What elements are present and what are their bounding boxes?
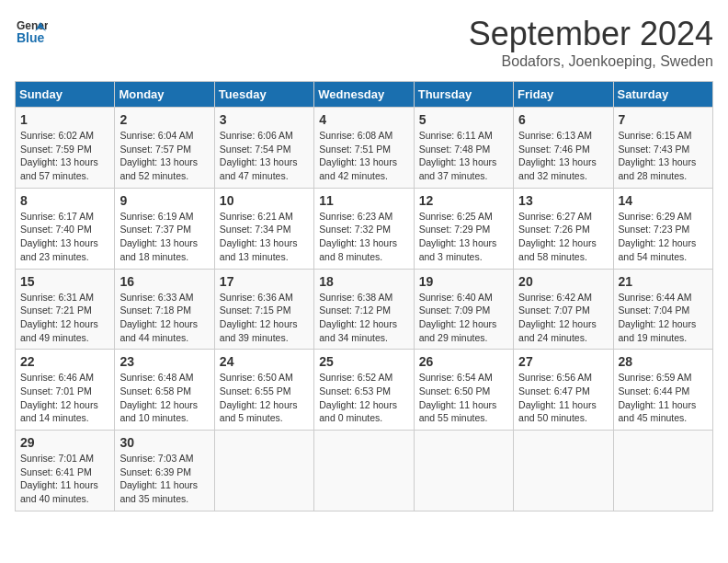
- calendar-cell: 25Sunrise: 6:52 AMSunset: 6:53 PMDayligh…: [314, 350, 414, 431]
- calendar-cell: 23Sunrise: 6:48 AMSunset: 6:58 PMDayligh…: [115, 350, 214, 431]
- day-number: 14: [619, 193, 708, 208]
- day-number: 28: [619, 354, 708, 369]
- day-info: Sunrise: 6:54 AMSunset: 6:50 PMDaylight:…: [419, 372, 497, 423]
- day-info: Sunrise: 6:31 AMSunset: 7:21 PMDaylight:…: [20, 292, 98, 343]
- day-info: Sunrise: 6:23 AMSunset: 7:32 PMDaylight:…: [319, 211, 397, 262]
- day-number: 2: [119, 112, 209, 127]
- calendar-table: Sunday Monday Tuesday Wednesday Thursday…: [15, 81, 713, 511]
- day-number: 9: [119, 193, 209, 208]
- day-number: 17: [220, 274, 309, 289]
- calendar-cell: 15Sunrise: 6:31 AMSunset: 7:21 PMDayligh…: [16, 269, 115, 350]
- day-info: Sunrise: 6:46 AMSunset: 7:01 PMDaylight:…: [20, 372, 98, 423]
- day-info: Sunrise: 6:59 AMSunset: 6:44 PMDaylight:…: [619, 372, 697, 423]
- weekday-header-row: Sunday Monday Tuesday Wednesday Thursday…: [16, 82, 713, 108]
- day-number: 12: [419, 193, 508, 208]
- calendar-cell: 21Sunrise: 6:44 AMSunset: 7:04 PMDayligh…: [613, 269, 712, 350]
- header-monday: Monday: [115, 82, 214, 108]
- day-number: 20: [518, 274, 608, 289]
- day-info: Sunrise: 6:33 AMSunset: 7:18 PMDaylight:…: [119, 292, 198, 343]
- day-number: 21: [619, 274, 708, 289]
- header-wednesday: Wednesday: [314, 82, 414, 108]
- calendar-cell: 5Sunrise: 6:11 AMSunset: 7:48 PMDaylight…: [414, 108, 513, 189]
- day-number: 18: [319, 274, 408, 289]
- day-number: 3: [220, 112, 309, 127]
- calendar-cell: 11Sunrise: 6:23 AMSunset: 7:32 PMDayligh…: [314, 188, 414, 269]
- day-info: Sunrise: 6:06 AMSunset: 7:54 PMDaylight:…: [220, 130, 298, 181]
- day-info: Sunrise: 6:25 AMSunset: 7:29 PMDaylight:…: [419, 211, 497, 262]
- day-number: 6: [518, 112, 608, 127]
- calendar-cell: 4Sunrise: 6:08 AMSunset: 7:51 PMDaylight…: [314, 108, 414, 189]
- day-info: Sunrise: 6:38 AMSunset: 7:12 PMDaylight:…: [319, 292, 397, 343]
- calendar-cell: 2Sunrise: 6:04 AMSunset: 7:57 PMDaylight…: [115, 108, 214, 189]
- calendar-cell: 30Sunrise: 7:03 AMSunset: 6:39 PMDayligh…: [115, 431, 214, 511]
- day-number: 30: [119, 435, 209, 450]
- calendar-cell: 28Sunrise: 6:59 AMSunset: 6:44 PMDayligh…: [613, 350, 712, 431]
- logo: General Blue: [15, 15, 48, 48]
- day-info: Sunrise: 6:15 AMSunset: 7:43 PMDaylight:…: [619, 130, 697, 181]
- calendar-cell: 22Sunrise: 6:46 AMSunset: 7:01 PMDayligh…: [16, 350, 115, 431]
- calendar-cell: 29Sunrise: 7:01 AMSunset: 6:41 PMDayligh…: [16, 431, 115, 511]
- day-number: 22: [20, 354, 109, 369]
- header-saturday: Saturday: [613, 82, 712, 108]
- day-info: Sunrise: 6:56 AMSunset: 6:47 PMDaylight:…: [518, 372, 597, 423]
- day-info: Sunrise: 6:48 AMSunset: 6:58 PMDaylight:…: [119, 372, 198, 423]
- day-number: 8: [20, 193, 109, 208]
- logo-icon: General Blue: [15, 15, 48, 48]
- day-number: 24: [220, 354, 309, 369]
- day-info: Sunrise: 6:11 AMSunset: 7:48 PMDaylight:…: [419, 130, 497, 181]
- calendar-cell: 24Sunrise: 6:50 AMSunset: 6:55 PMDayligh…: [214, 350, 313, 431]
- day-info: Sunrise: 6:44 AMSunset: 7:04 PMDaylight:…: [619, 292, 697, 343]
- calendar-cell: [214, 431, 313, 511]
- calendar-cell: 9Sunrise: 6:19 AMSunset: 7:37 PMDaylight…: [115, 188, 214, 269]
- day-info: Sunrise: 6:19 AMSunset: 7:37 PMDaylight:…: [119, 211, 198, 262]
- day-info: Sunrise: 7:01 AMSunset: 6:41 PMDaylight:…: [20, 453, 98, 504]
- calendar-cell: [613, 431, 712, 511]
- day-number: 29: [20, 435, 109, 450]
- calendar-cell: 6Sunrise: 6:13 AMSunset: 7:46 PMDaylight…: [514, 108, 613, 189]
- calendar-cell: 3Sunrise: 6:06 AMSunset: 7:54 PMDaylight…: [214, 108, 313, 189]
- calendar-title: September 2024: [469, 15, 713, 53]
- calendar-cell: 19Sunrise: 6:40 AMSunset: 7:09 PMDayligh…: [414, 269, 513, 350]
- calendar-subtitle: Bodafors, Joenkoeping, Sweden: [469, 53, 713, 70]
- header-thursday: Thursday: [414, 82, 513, 108]
- day-info: Sunrise: 6:02 AMSunset: 7:59 PMDaylight:…: [20, 130, 98, 181]
- day-info: Sunrise: 6:50 AMSunset: 6:55 PMDaylight:…: [220, 372, 298, 423]
- day-number: 10: [220, 193, 309, 208]
- calendar-cell: [514, 431, 613, 511]
- day-info: Sunrise: 6:29 AMSunset: 7:23 PMDaylight:…: [619, 211, 697, 262]
- header-friday: Friday: [514, 82, 613, 108]
- calendar-cell: 10Sunrise: 6:21 AMSunset: 7:34 PMDayligh…: [214, 188, 313, 269]
- calendar-cell: 20Sunrise: 6:42 AMSunset: 7:07 PMDayligh…: [514, 269, 613, 350]
- day-number: 7: [619, 112, 708, 127]
- day-number: 16: [119, 274, 209, 289]
- day-info: Sunrise: 6:40 AMSunset: 7:09 PMDaylight:…: [419, 292, 497, 343]
- day-number: 19: [419, 274, 508, 289]
- title-section: September 2024 Bodafors, Joenkoeping, Sw…: [469, 15, 713, 70]
- calendar-week-row: 22Sunrise: 6:46 AMSunset: 7:01 PMDayligh…: [16, 350, 713, 431]
- day-number: 15: [20, 274, 109, 289]
- day-info: Sunrise: 6:36 AMSunset: 7:15 PMDaylight:…: [220, 292, 298, 343]
- svg-text:Blue: Blue: [17, 30, 45, 45]
- calendar-cell: 7Sunrise: 6:15 AMSunset: 7:43 PMDaylight…: [613, 108, 712, 189]
- calendar-cell: [414, 431, 513, 511]
- calendar-week-row: 15Sunrise: 6:31 AMSunset: 7:21 PMDayligh…: [16, 269, 713, 350]
- day-number: 23: [119, 354, 209, 369]
- day-number: 4: [319, 112, 408, 127]
- header: General Blue September 2024 Bodafors, Jo…: [15, 15, 713, 70]
- day-info: Sunrise: 6:21 AMSunset: 7:34 PMDaylight:…: [220, 211, 298, 262]
- day-info: Sunrise: 7:03 AMSunset: 6:39 PMDaylight:…: [119, 453, 198, 504]
- day-info: Sunrise: 6:08 AMSunset: 7:51 PMDaylight:…: [319, 130, 397, 181]
- header-tuesday: Tuesday: [214, 82, 313, 108]
- calendar-cell: 12Sunrise: 6:25 AMSunset: 7:29 PMDayligh…: [414, 188, 513, 269]
- day-number: 1: [20, 112, 109, 127]
- day-number: 13: [518, 193, 608, 208]
- day-info: Sunrise: 6:17 AMSunset: 7:40 PMDaylight:…: [20, 211, 98, 262]
- header-sunday: Sunday: [16, 82, 115, 108]
- calendar-cell: 16Sunrise: 6:33 AMSunset: 7:18 PMDayligh…: [115, 269, 214, 350]
- day-number: 11: [319, 193, 408, 208]
- day-info: Sunrise: 6:27 AMSunset: 7:26 PMDaylight:…: [518, 211, 597, 262]
- calendar-week-row: 29Sunrise: 7:01 AMSunset: 6:41 PMDayligh…: [16, 431, 713, 511]
- day-number: 26: [419, 354, 508, 369]
- calendar-cell: 14Sunrise: 6:29 AMSunset: 7:23 PMDayligh…: [613, 188, 712, 269]
- calendar-cell: 8Sunrise: 6:17 AMSunset: 7:40 PMDaylight…: [16, 188, 115, 269]
